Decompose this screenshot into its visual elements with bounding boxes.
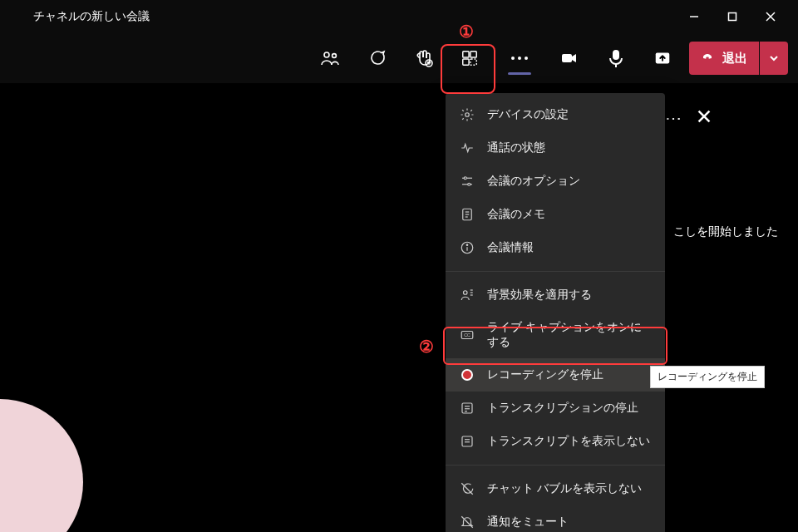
svg-point-5 (332, 54, 337, 58)
leave-dropdown-button[interactable] (760, 42, 788, 75)
transcript-hide-icon (459, 433, 475, 450)
panel-more-button[interactable]: ⋯ (665, 108, 683, 128)
menu-separator (446, 271, 665, 272)
menu-meeting-info[interactable]: 会議情報 (446, 231, 665, 264)
menu-stop-transcription[interactable]: トランスクリプションの停止 (446, 392, 665, 425)
gear-icon (459, 106, 475, 123)
menu-label: トランスクリプションの停止 (487, 401, 638, 416)
menu-hide-chat-bubble[interactable]: チャット バブルを表示しない (446, 472, 665, 505)
svg-point-15 (525, 57, 528, 60)
participant-avatar (0, 399, 83, 532)
menu-label: レコーディングを停止 (487, 367, 603, 382)
record-icon (459, 367, 475, 383)
titlebar: チャネルの新しい会議 (0, 0, 798, 33)
leave-label: 退出 (722, 51, 747, 66)
menu-label: チャット バブルを表示しない (487, 481, 642, 496)
sliders-icon (459, 173, 475, 190)
leave-button[interactable]: 退出 (689, 42, 759, 75)
menu-separator (446, 465, 665, 466)
menu-mute-notifications[interactable]: 通知をミュート (446, 505, 665, 532)
menu-meeting-options[interactable]: 会議のオプション (446, 165, 665, 198)
svg-rect-12 (470, 59, 476, 65)
svg-point-24 (464, 177, 466, 180)
chat-button[interactable] (357, 38, 397, 78)
window-title: チャネルの新しい会議 (33, 9, 150, 24)
svg-point-26 (468, 183, 470, 185)
svg-point-34 (464, 291, 468, 295)
svg-rect-11 (463, 59, 469, 65)
svg-point-7 (428, 62, 429, 63)
bell-off-icon (459, 514, 475, 530)
menu-label: 会議のオプション (487, 174, 580, 189)
menu-stop-recording[interactable]: レコーディングを停止 (446, 358, 665, 392)
svg-point-14 (518, 57, 521, 60)
leave-group: 退出 (689, 42, 788, 75)
menu-hide-transcript[interactable]: トランスクリプトを表示しない (446, 425, 665, 458)
mic-button[interactable] (596, 38, 636, 78)
transcript-icon (459, 400, 475, 416)
menu-label: 会議のメモ (487, 207, 545, 222)
svg-rect-1 (729, 13, 736, 21)
notes-icon (459, 206, 475, 223)
close-window-button[interactable] (751, 0, 790, 33)
person-blur-icon (459, 287, 475, 303)
cc-icon: CC (459, 327, 475, 343)
svg-rect-16 (562, 54, 572, 62)
svg-point-8 (430, 62, 431, 63)
menu-label: 通知をミュート (487, 515, 569, 530)
status-message: こしを開始しました (673, 224, 778, 239)
menu-turn-on-live-captions[interactable]: CC ライブ キャプションをオンにする (446, 312, 665, 358)
minimize-button[interactable] (675, 0, 713, 33)
menu-label: ライブ キャプションをオンにする (487, 320, 652, 350)
rooms-button[interactable] (450, 38, 490, 78)
menu-call-health[interactable]: 通話の状態 (446, 131, 665, 165)
svg-rect-10 (470, 52, 476, 57)
menu-device-settings[interactable]: デバイスの設定 (446, 98, 665, 131)
menu-label: 通話の状態 (487, 140, 545, 155)
svg-point-22 (466, 113, 470, 117)
camera-button[interactable] (549, 38, 589, 78)
svg-text:CC: CC (464, 332, 470, 337)
participants-button[interactable] (310, 38, 350, 78)
svg-rect-44 (462, 436, 472, 446)
meeting-toolbar: 退出 (0, 33, 798, 83)
meeting-stage (0, 83, 798, 532)
menu-label: 会議情報 (487, 240, 534, 255)
svg-point-33 (466, 244, 468, 246)
svg-point-13 (511, 57, 515, 60)
chat-off-icon (459, 480, 475, 497)
window-controls (675, 0, 790, 33)
menu-apply-background[interactable]: 背景効果を適用する (446, 278, 665, 312)
svg-rect-9 (463, 52, 469, 57)
more-actions-menu: デバイスの設定 通話の状態 会議のオプション 会議のメモ 会議情報 背景効果を適… (446, 93, 665, 532)
svg-point-4 (324, 52, 329, 57)
panel-close-button[interactable] (697, 109, 712, 127)
share-button[interactable] (643, 38, 682, 78)
tooltip-stop-recording: レコーディングを停止 (650, 366, 765, 388)
menu-label: デバイスの設定 (487, 107, 569, 122)
more-actions-button[interactable] (496, 35, 543, 81)
menu-meeting-notes[interactable]: 会議のメモ (446, 198, 665, 231)
reactions-button[interactable] (403, 38, 443, 78)
maximize-button[interactable] (713, 0, 751, 33)
more-active-indicator (508, 72, 531, 75)
side-panel-header: ⋯ (665, 108, 798, 128)
pulse-icon (459, 140, 475, 156)
menu-label: 背景効果を適用する (487, 288, 592, 303)
info-icon (459, 239, 475, 256)
menu-label: トランスクリプトを表示しない (487, 434, 650, 449)
svg-rect-17 (613, 50, 619, 60)
